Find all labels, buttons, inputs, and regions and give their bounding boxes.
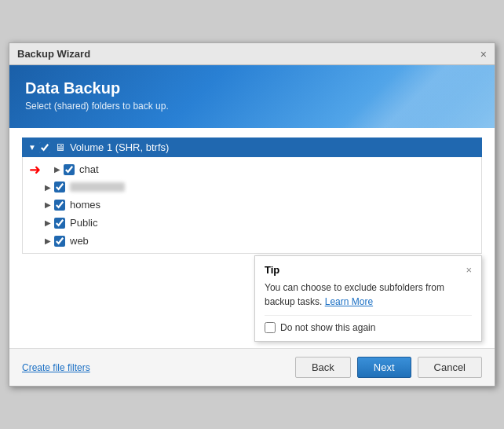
folder-name-web: web — [70, 235, 89, 247]
tip-close-button[interactable]: × — [466, 265, 472, 275]
footer: Create file filters Back Next Cancel — [9, 348, 495, 386]
tip-no-show-checkbox[interactable] — [265, 322, 276, 333]
folder-name-public: Public — [70, 217, 97, 229]
folder-name-blurred — [70, 182, 125, 192]
folder-chevron-icon: ▶ — [54, 165, 60, 174]
volume-checkbox[interactable] — [39, 142, 50, 153]
header-subtitle: Select (shared) folders to back up. — [25, 101, 479, 112]
tip-learn-more-link[interactable]: Learn More — [325, 296, 373, 307]
folder-checkbox-chat[interactable] — [64, 164, 75, 175]
back-button[interactable]: Back — [295, 357, 351, 378]
title-bar: Backup Wizard × — [9, 43, 495, 65]
folder-list: ➜ ▶ chat ▶ ▶ homes ▶ Public — [22, 157, 482, 254]
volume-chevron-icon: ▼ — [28, 143, 36, 152]
header-title: Data Backup — [25, 79, 479, 97]
folder-row-homes[interactable]: ▶ homes — [23, 196, 481, 214]
folder-row-blurred[interactable]: ▶ — [23, 178, 481, 196]
folder-row-public[interactable]: ▶ Public — [23, 214, 481, 232]
folder-chevron-icon: ▶ — [45, 236, 51, 245]
cancel-button[interactable]: Cancel — [418, 357, 482, 378]
create-file-filters-link[interactable]: Create file filters — [22, 362, 90, 373]
tip-header: Tip × — [265, 264, 472, 276]
red-arrow-icon: ➜ — [29, 161, 41, 178]
folder-checkbox-web[interactable] — [54, 236, 65, 247]
folder-row-chat[interactable]: ➜ ▶ chat — [23, 160, 481, 178]
footer-right: Back Next Cancel — [295, 357, 482, 378]
footer-left: Create file filters — [22, 361, 90, 373]
title-bar-close-button[interactable]: × — [480, 49, 487, 60]
volume-icon: 🖥 — [55, 141, 65, 153]
backup-wizard-window: Backup Wizard × Data Backup Select (shar… — [9, 42, 495, 387]
folder-chevron-icon: ▶ — [45, 218, 51, 227]
content-area: ▼ 🖥 Volume 1 (SHR, btrfs) ➜ ▶ chat ▶ ▶ — [9, 128, 495, 348]
folder-name-homes: homes — [70, 199, 100, 211]
tip-text: You can choose to exclude subfolders fro… — [265, 280, 472, 309]
header-banner: Data Backup Select (shared) folders to b… — [9, 65, 495, 128]
volume-row[interactable]: ▼ 🖥 Volume 1 (SHR, btrfs) — [22, 138, 482, 157]
folder-checkbox-blurred[interactable] — [54, 182, 65, 192]
window-title: Backup Wizard — [17, 48, 90, 60]
next-button[interactable]: Next — [357, 357, 411, 378]
tip-no-show-label: Do not show this again — [280, 322, 375, 333]
folder-row-web[interactable]: ▶ web — [23, 232, 481, 250]
folder-checkbox-public[interactable] — [54, 218, 65, 229]
folder-chevron-icon: ▶ — [45, 200, 51, 209]
volume-label: Volume 1 (SHR, btrfs) — [70, 141, 169, 153]
folder-checkbox-homes[interactable] — [54, 200, 65, 211]
tip-title: Tip — [265, 264, 279, 276]
folder-name-chat: chat — [79, 163, 99, 175]
tip-box: Tip × You can choose to exclude subfolde… — [254, 255, 482, 342]
tip-no-show-row: Do not show this again — [265, 315, 472, 333]
folder-chevron-icon: ▶ — [45, 183, 51, 192]
